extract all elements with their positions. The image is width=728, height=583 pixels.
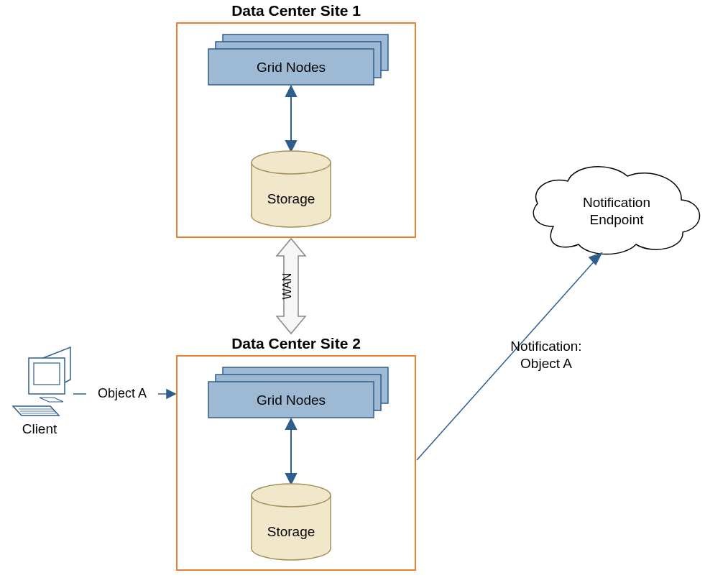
cloud-line2: Endpoint xyxy=(589,212,644,227)
notification-cloud: Notification Endpoint xyxy=(533,167,699,254)
svg-marker-16 xyxy=(286,474,296,484)
site2-group: Data Center Site 2 Grid Nodes Storage xyxy=(177,335,415,570)
site2-internal-arrow xyxy=(286,419,296,484)
object-a-arrow: Object A xyxy=(73,385,175,400)
client-icon: Client xyxy=(13,347,70,436)
wan-label: WAN xyxy=(281,273,293,300)
svg-marker-5 xyxy=(286,141,296,151)
site1-group: Data Center Site 1 Grid Nodes Storage xyxy=(177,2,415,237)
svg-marker-4 xyxy=(286,86,296,96)
site1-storage-label: Storage xyxy=(267,191,315,206)
cloud-line1: Notification xyxy=(583,195,650,210)
svg-point-21 xyxy=(252,484,331,507)
site1-internal-arrow xyxy=(286,86,296,151)
site1-title: Data Center Site 1 xyxy=(231,2,361,19)
site2-title: Data Center Site 2 xyxy=(231,335,361,352)
site1-storage: Storage xyxy=(252,151,331,227)
architecture-diagram: Data Center Site 1 Grid Nodes Storage WA… xyxy=(0,0,728,583)
notification-arrow: Notification: Object A xyxy=(417,253,602,460)
site1-grid-nodes: Grid Nodes xyxy=(208,35,388,85)
svg-point-10 xyxy=(252,151,331,174)
site2-grid-nodes: Grid Nodes xyxy=(208,367,388,418)
site2-nodes-label: Grid Nodes xyxy=(257,393,326,408)
svg-marker-28 xyxy=(167,390,175,398)
svg-rect-23 xyxy=(34,363,60,385)
notification-line2: Object A xyxy=(520,356,572,371)
client-label: Client xyxy=(22,421,57,436)
site2-storage: Storage xyxy=(252,484,331,560)
notification-line1: Notification: xyxy=(510,339,581,354)
site1-nodes-label: Grid Nodes xyxy=(257,60,326,75)
object-a-label: Object A xyxy=(98,386,147,400)
svg-marker-15 xyxy=(286,419,296,429)
wan-arrow: WAN xyxy=(277,239,305,334)
svg-marker-31 xyxy=(589,253,602,265)
site2-storage-label: Storage xyxy=(267,524,315,539)
